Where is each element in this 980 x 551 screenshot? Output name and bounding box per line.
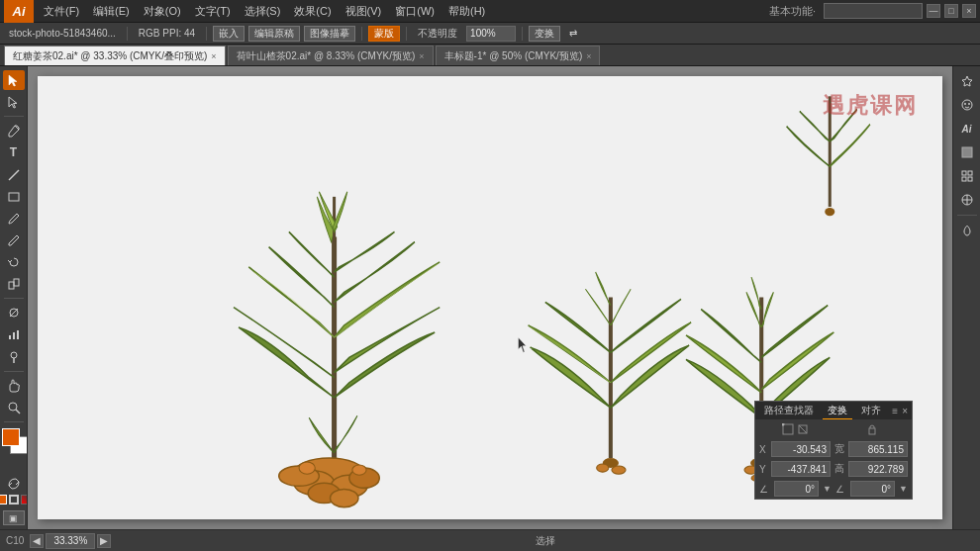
pathfinder-tab[interactable]: 路径查找器 [759, 403, 819, 418]
tool-separator-3 [4, 371, 24, 372]
right-tool-5[interactable] [956, 165, 978, 187]
file-info: stock-photo-51843460... [4, 27, 121, 40]
image-trace-button[interactable]: 图像描摹 [304, 26, 355, 42]
zoom-next[interactable]: ▶ [97, 534, 111, 548]
svg-point-35 [782, 423, 785, 426]
x-input[interactable] [771, 441, 831, 457]
tab-2[interactable]: 丰标题-1* @ 50% (CMYK/预览) × [436, 46, 601, 65]
right-tool-2[interactable] [956, 94, 978, 116]
svg-point-33 [825, 208, 834, 216]
zoom-input[interactable] [46, 533, 95, 549]
menu-file[interactable]: 文件(F) [38, 2, 85, 21]
minimize-button[interactable]: — [927, 4, 940, 18]
type-tool[interactable]: T [3, 142, 25, 162]
lock-icon [866, 423, 878, 435]
scale-tool[interactable] [3, 274, 25, 294]
edit-original-button[interactable]: 编辑原稿 [248, 26, 300, 42]
shear-label: ∠ [835, 484, 846, 495]
menu-edit[interactable]: 编辑(E) [87, 2, 136, 21]
right-tool-4[interactable] [956, 141, 978, 163]
angle-dropdown[interactable]: ▼ [823, 484, 832, 494]
maximize-button[interactable]: □ [944, 4, 958, 18]
svg-point-40 [964, 103, 966, 105]
top-right-controls: 基本功能· — □ × [765, 3, 976, 19]
mask-button[interactable]: 蒙版 [368, 26, 400, 42]
panel-menu-icon[interactable]: ≡ [892, 406, 898, 416]
right-tool-1[interactable] [956, 70, 978, 92]
angle-label: ∠ [759, 484, 770, 495]
tool-separator-2 [4, 298, 24, 299]
zoom-prev[interactable]: ◀ [30, 534, 44, 548]
fill-mode[interactable] [0, 495, 7, 505]
pen-tool[interactable] [3, 121, 25, 140]
menu-select[interactable]: 选择(S) [239, 2, 287, 21]
line-tool[interactable] [3, 164, 25, 184]
menu-view[interactable]: 视图(V) [340, 2, 388, 21]
swap-colors-icon[interactable] [7, 477, 21, 491]
angle-row: ∠ ▼ ∠ ▼ [755, 479, 912, 499]
svg-line-37 [799, 425, 807, 433]
tool-separator-4 [4, 421, 24, 422]
fill-stroke-modes [0, 495, 28, 505]
x-label: X [759, 444, 767, 455]
shear-input[interactable] [850, 481, 895, 497]
stroke-mode[interactable] [9, 495, 19, 505]
document-info: C10 [6, 535, 24, 546]
svg-rect-2 [9, 282, 14, 289]
tab-0[interactable]: 红糖姜茶02.ai* @ 33.33% (CMYK/叠印预览) × [4, 46, 226, 65]
graph-tool[interactable] [3, 324, 25, 344]
search-input[interactable] [824, 3, 923, 19]
menu-help[interactable]: 帮助(H) [442, 2, 491, 21]
direct-select-tool[interactable] [3, 92, 25, 112]
separator5 [522, 27, 523, 41]
shear-dropdown[interactable]: ▼ [899, 484, 908, 494]
close-button[interactable]: × [962, 4, 976, 18]
tab-close-1[interactable]: × [419, 51, 424, 61]
right-tool-7[interactable] [956, 220, 978, 241]
transform-tab[interactable]: 变换 [823, 403, 852, 419]
svg-rect-34 [783, 424, 793, 434]
screen-mode-button[interactable]: ▣ [3, 510, 25, 525]
h-input[interactable] [848, 461, 908, 477]
menu-object[interactable]: 对象(O) [138, 2, 187, 21]
paintbrush-tool[interactable] [3, 209, 25, 229]
separator4 [406, 27, 407, 41]
menu-effect[interactable]: 效果(C) [288, 2, 337, 21]
svg-rect-38 [869, 428, 875, 434]
pencil-tool[interactable] [3, 230, 25, 250]
symbol-tool[interactable] [3, 347, 25, 367]
zoom-tool[interactable] [3, 398, 25, 417]
transform-icon: ⇄ [564, 27, 582, 40]
foreground-color[interactable] [2, 428, 20, 446]
w-input[interactable] [848, 441, 908, 457]
opacity-label: 不透明度 [413, 26, 462, 42]
align-tab[interactable]: 对齐 [856, 403, 886, 418]
menu-type[interactable]: 文字(T) [189, 2, 237, 21]
svg-rect-46 [968, 177, 972, 181]
embed-button[interactable]: 嵌入 [213, 26, 245, 42]
ai-right-btn[interactable]: Ai [956, 118, 978, 139]
separator [127, 27, 128, 41]
hand-tool[interactable] [3, 376, 25, 396]
right-tool-6[interactable] [956, 189, 978, 211]
rotate-tool[interactable] [3, 252, 25, 272]
opacity-input[interactable] [466, 26, 516, 42]
tab-1[interactable]: 荷叶山楂茶02.ai* @ 8.33% (CMYK/预览) × [228, 46, 434, 65]
canvas-area[interactable]: 遇虎课网 路径查找器 变换 对齐 ≡ × X [28, 66, 952, 529]
transform-button[interactable]: 变换 [529, 26, 560, 42]
workspace-label: 基本功能· [765, 4, 820, 19]
tab-close-0[interactable]: × [211, 51, 216, 61]
svg-rect-8 [17, 330, 19, 339]
position-icon [782, 423, 794, 435]
separator3 [361, 27, 362, 41]
top-menu-bar: Ai 文件(F) 编辑(E) 对象(O) 文字(T) 选择(S) 效果(C) 视… [0, 0, 980, 23]
rectangle-tool[interactable] [3, 187, 25, 207]
angle-input[interactable] [774, 481, 819, 497]
y-input[interactable] [771, 461, 831, 477]
selection-tool[interactable] [3, 70, 25, 90]
tab-close-2[interactable]: × [586, 51, 591, 61]
menu-window[interactable]: 窗口(W) [389, 2, 441, 21]
none-mode[interactable] [21, 495, 29, 505]
warp-tool[interactable] [3, 303, 25, 322]
panel-close-icon[interactable]: × [902, 406, 908, 416]
